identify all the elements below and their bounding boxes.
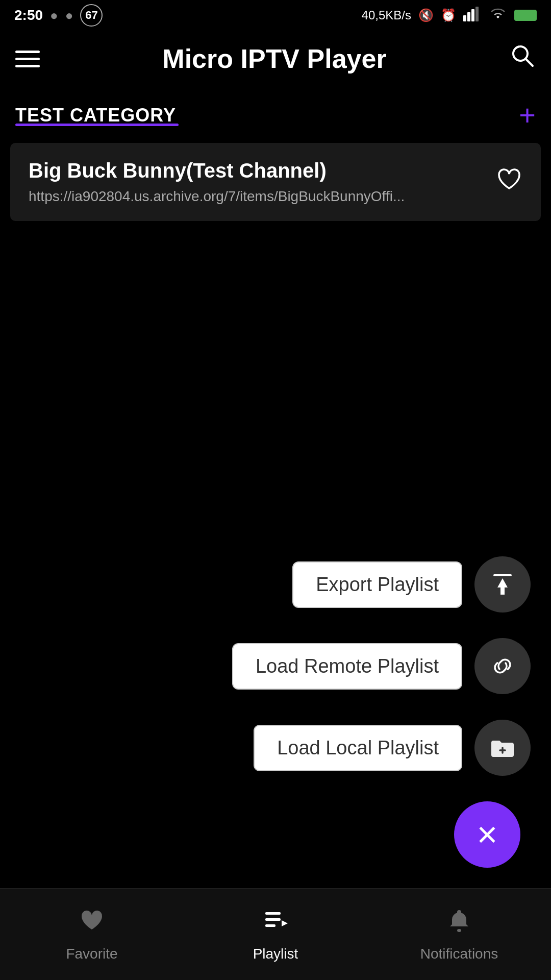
battery-icon (514, 10, 537, 21)
category-underline (15, 124, 179, 126)
network-speed: 40,5KB/s (362, 8, 411, 22)
status-right: 40,5KB/s 🔇 ⏰ (362, 6, 537, 24)
nav-label-notifications: Notifications (420, 946, 498, 962)
badge-67: 67 (80, 4, 103, 27)
p-icon1: ● (50, 8, 58, 23)
nav-label-playlist: Playlist (253, 946, 298, 962)
channel-name: Big Buck Bunny(Test Channel) (29, 159, 486, 182)
mute-icon: 🔇 (418, 8, 434, 22)
favorite-nav-icon (79, 907, 105, 940)
category-bar: TEST CATEGORY + (0, 87, 551, 130)
add-category-button[interactable]: + (519, 101, 536, 130)
menu-button[interactable] (15, 51, 40, 67)
status-bar: 2:50 ● ● 67 40,5KB/s 🔇 ⏰ (0, 0, 551, 31)
svg-marker-13 (282, 920, 288, 926)
svg-rect-2 (471, 9, 474, 21)
export-playlist-icon-button[interactable] (474, 556, 531, 612)
load-local-playlist-row: Load Local Playlist (254, 720, 531, 776)
alarm-icon: ⏰ (441, 8, 456, 22)
svg-line-5 (525, 59, 533, 66)
search-button[interactable] (509, 42, 536, 75)
svg-point-14 (457, 929, 461, 932)
svg-rect-10 (265, 912, 281, 915)
signal-icon (463, 6, 482, 24)
load-local-playlist-button[interactable]: Load Local Playlist (254, 725, 462, 771)
bottom-nav: Favorite Playlist Notifications (0, 888, 551, 980)
notifications-nav-icon (446, 907, 472, 940)
load-remote-playlist-row: Load Remote Playlist (232, 638, 531, 694)
channel-item[interactable]: Big Buck Bunny(Test Channel) https://ia9… (10, 143, 541, 221)
category-label: TEST CATEGORY (15, 105, 176, 133)
playlist-nav-icon (262, 907, 289, 940)
svg-rect-11 (265, 918, 281, 921)
wifi-icon (489, 6, 507, 24)
svg-rect-12 (265, 924, 276, 927)
export-playlist-row: Export Playlist (292, 556, 531, 612)
load-local-playlist-icon-button[interactable] (474, 720, 531, 776)
fab-main-button[interactable]: × (454, 801, 520, 868)
fab-area: Export Playlist Load Remote Playlist Loa… (232, 556, 531, 868)
svg-rect-1 (467, 12, 470, 21)
channel-list: Big Buck Bunny(Test Channel) https://ia9… (0, 130, 551, 234)
svg-rect-6 (493, 574, 512, 576)
svg-marker-7 (497, 578, 508, 595)
time: 2:50 (14, 7, 43, 23)
channel-url: https://ia902804.us.archive.org/7/items/… (29, 188, 486, 205)
nav-label-favorite: Favorite (66, 946, 117, 962)
app-title: Micro IPTV Player (55, 43, 494, 74)
svg-rect-0 (463, 15, 466, 21)
nav-item-playlist[interactable]: Playlist (184, 907, 367, 962)
close-icon: × (477, 817, 498, 852)
export-playlist-button[interactable]: Export Playlist (292, 561, 462, 608)
load-remote-playlist-button[interactable]: Load Remote Playlist (232, 643, 462, 690)
load-remote-playlist-icon-button[interactable] (474, 638, 531, 694)
app-bar: Micro IPTV Player (0, 31, 551, 87)
svg-rect-3 (475, 7, 479, 21)
nav-item-notifications[interactable]: Notifications (367, 907, 551, 962)
category-tab[interactable]: TEST CATEGORY (15, 105, 176, 126)
channel-info: Big Buck Bunny(Test Channel) https://ia9… (29, 159, 486, 205)
status-left: 2:50 ● ● 67 (14, 4, 103, 27)
p-icon2: ● (65, 8, 73, 23)
nav-item-favorite[interactable]: Favorite (0, 907, 184, 962)
favorite-button[interactable] (496, 166, 522, 198)
